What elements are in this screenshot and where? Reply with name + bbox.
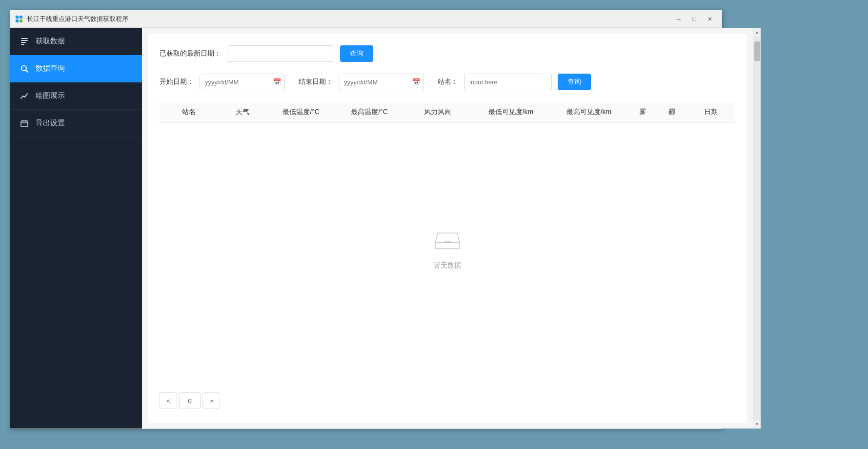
window-title: 长江干线重点港口天气数据获取程序 (27, 15, 672, 23)
main-content: 已获取的最新日期： 查询 开始日期： 📅 结束日期： (142, 28, 753, 429)
app-body: 获取数据 数据查询 (10, 28, 722, 429)
app-layout: 获取数据 数据查询 (10, 28, 753, 429)
sidebar-item-get-data[interactable]: 获取数据 (10, 28, 142, 55)
chart-icon (20, 92, 29, 100)
col-wind: 风力风向 (404, 108, 472, 117)
main-window: 长江干线重点港口天气数据获取程序 ─ □ ✕ (10, 10, 722, 429)
right-scrollbar: ▲ ▼ (753, 28, 761, 429)
station-label: 站名： (438, 78, 458, 86)
svg-line-9 (26, 70, 28, 72)
end-date-label: 结束日期： (299, 78, 333, 86)
svg-rect-2 (16, 20, 19, 22)
query-button-1[interactable]: 查询 (340, 45, 373, 62)
search-icon (20, 64, 29, 73)
query-button-2[interactable]: 查询 (558, 74, 591, 90)
svg-rect-10 (21, 121, 28, 127)
station-input[interactable] (464, 74, 552, 90)
prev-page-button[interactable]: < (160, 392, 177, 409)
col-min-vis: 最低可见度/km (472, 108, 550, 117)
col-date: 日期 (686, 108, 735, 117)
svg-rect-1 (20, 16, 22, 19)
minimize-button[interactable]: ─ (672, 14, 686, 24)
sidebar-label-data-query: 数据查询 (36, 64, 65, 73)
sidebar: 获取数据 数据查询 (10, 28, 142, 429)
svg-rect-5 (21, 40, 28, 41)
start-date-input[interactable] (200, 74, 285, 90)
book-icon (20, 37, 29, 46)
scroll-down-arrow[interactable]: ▼ (753, 420, 761, 429)
next-page-button[interactable]: > (202, 392, 220, 409)
col-max-temp: 最高温度/°C (335, 108, 404, 117)
col-fog: 雾 (628, 108, 657, 117)
end-date-wrapper: 📅 (339, 74, 424, 90)
latest-date-label: 已获取的最新日期： (160, 49, 221, 58)
sidebar-label-get-data: 获取数据 (36, 37, 65, 46)
empty-text: 暂无数据 (434, 261, 461, 270)
title-bar: 长江干线重点港口天气数据获取程序 ─ □ ✕ (10, 10, 722, 28)
empty-state: 暂无数据 (160, 123, 735, 373)
col-weather: 天气 (218, 108, 267, 117)
col-haze: 霾 (657, 108, 686, 117)
sidebar-item-chart-display[interactable]: 绘图展示 (10, 82, 142, 110)
latest-date-input[interactable] (227, 45, 334, 62)
start-date-wrapper: 📅 (200, 74, 285, 90)
start-date-label: 开始日期： (160, 78, 194, 86)
empty-inbox-icon (433, 226, 462, 255)
svg-rect-3 (20, 20, 22, 22)
pagination: < 0 > (160, 385, 735, 411)
col-min-temp: 最低温度/°C (267, 108, 335, 117)
svg-rect-6 (21, 42, 26, 43)
scroll-track[interactable] (753, 37, 761, 420)
latest-date-section: 已获取的最新日期： 查询 (160, 45, 735, 62)
sidebar-item-export-settings[interactable]: 导出设置 (10, 110, 142, 137)
table-header: 站名 天气 最低温度/°C 最高温度/°C 风力风向 最低可见度/km 最高可见… (160, 102, 735, 123)
app-icon (15, 15, 23, 23)
content-area: 已获取的最新日期： 查询 开始日期： 📅 结束日期： (148, 34, 747, 423)
data-table: 站名 天气 最低温度/°C 最高温度/°C 风力风向 最低可见度/km 最高可见… (160, 102, 735, 373)
end-date-input[interactable] (339, 74, 424, 90)
sidebar-label-chart-display: 绘图展示 (36, 91, 65, 100)
col-max-vis: 最高可见度/km (550, 108, 628, 117)
export-icon (20, 119, 29, 128)
date-range-section: 开始日期： 📅 结束日期： 📅 站名： 查询 (160, 74, 735, 90)
scroll-up-arrow[interactable]: ▲ (753, 28, 761, 37)
svg-rect-0 (16, 16, 19, 19)
maximize-button[interactable]: □ (687, 14, 701, 24)
close-button[interactable]: ✕ (703, 14, 717, 24)
col-station: 站名 (160, 108, 218, 117)
scroll-thumb[interactable] (754, 41, 760, 61)
svg-rect-7 (21, 44, 24, 45)
svg-rect-4 (21, 38, 28, 39)
window-controls: ─ □ ✕ (672, 14, 717, 24)
current-page: 0 (179, 392, 201, 409)
svg-rect-14 (435, 243, 460, 249)
sidebar-label-export-settings: 导出设置 (36, 118, 65, 128)
sidebar-item-data-query[interactable]: 数据查询 (10, 55, 142, 82)
